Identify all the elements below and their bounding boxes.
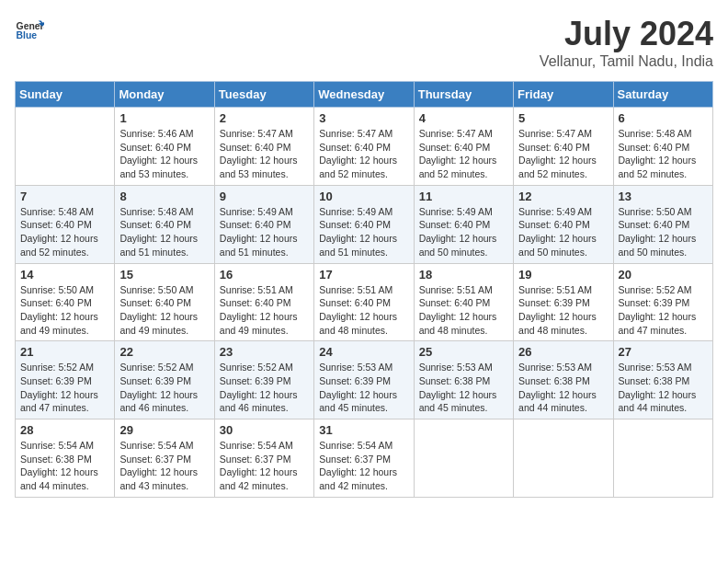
calendar-week-2: 7Sunrise: 5:48 AMSunset: 6:40 PMDaylight… xyxy=(16,185,713,263)
calendar-cell xyxy=(613,419,712,498)
calendar-cell: 20Sunrise: 5:52 AMSunset: 6:39 PMDayligh… xyxy=(613,263,712,341)
day-number: 14 xyxy=(20,268,109,282)
day-number: 13 xyxy=(619,190,708,203)
calendar-cell: 8Sunrise: 5:48 AMSunset: 6:40 PMDaylight… xyxy=(115,185,214,263)
day-number: 24 xyxy=(319,345,408,359)
calendar-cell: 2Sunrise: 5:47 AMSunset: 6:40 PMDaylight… xyxy=(214,108,313,186)
calendar-week-4: 21Sunrise: 5:52 AMSunset: 6:39 PMDayligh… xyxy=(16,341,713,419)
day-number: 9 xyxy=(220,190,309,203)
day-info: Sunrise: 5:51 AMSunset: 6:40 PMDaylight:… xyxy=(419,283,508,338)
weekday-header-wednesday: Wednesday xyxy=(314,82,414,108)
logo: General Blue xyxy=(15,15,44,44)
day-info: Sunrise: 5:51 AMSunset: 6:39 PMDaylight:… xyxy=(518,283,608,338)
location-title: Vellanur, Tamil Nadu, India xyxy=(540,53,713,70)
day-number: 2 xyxy=(220,111,309,125)
weekday-header-thursday: Thursday xyxy=(414,82,513,108)
day-number: 8 xyxy=(119,190,209,203)
calendar-cell: 27Sunrise: 5:53 AMSunset: 6:38 PMDayligh… xyxy=(613,341,712,419)
day-info: Sunrise: 5:52 AMSunset: 6:39 PMDaylight:… xyxy=(220,361,309,415)
day-number: 16 xyxy=(220,268,309,282)
day-info: Sunrise: 5:50 AMSunset: 6:40 PMDaylight:… xyxy=(619,205,708,259)
day-info: Sunrise: 5:53 AMSunset: 6:38 PMDaylight:… xyxy=(619,361,708,415)
calendar-cell: 23Sunrise: 5:52 AMSunset: 6:39 PMDayligh… xyxy=(214,341,313,419)
day-info: Sunrise: 5:49 AMSunset: 6:40 PMDaylight:… xyxy=(220,205,309,259)
day-number: 15 xyxy=(119,268,209,282)
day-info: Sunrise: 5:49 AMSunset: 6:40 PMDaylight:… xyxy=(518,205,608,259)
day-number: 11 xyxy=(419,190,508,203)
calendar-cell: 21Sunrise: 5:52 AMSunset: 6:39 PMDayligh… xyxy=(16,341,115,419)
day-number: 31 xyxy=(319,423,408,437)
svg-text:Blue: Blue xyxy=(17,30,38,40)
calendar-cell: 1Sunrise: 5:46 AMSunset: 6:40 PMDaylight… xyxy=(115,108,214,186)
day-info: Sunrise: 5:52 AMSunset: 6:39 PMDaylight:… xyxy=(20,361,109,415)
calendar-cell: 7Sunrise: 5:48 AMSunset: 6:40 PMDaylight… xyxy=(16,185,115,263)
day-number: 1 xyxy=(119,111,209,125)
calendar-cell: 15Sunrise: 5:50 AMSunset: 6:40 PMDayligh… xyxy=(115,263,214,341)
day-info: Sunrise: 5:47 AMSunset: 6:40 PMDaylight:… xyxy=(220,127,309,181)
day-info: Sunrise: 5:48 AMSunset: 6:40 PMDaylight:… xyxy=(20,205,109,259)
calendar-cell: 12Sunrise: 5:49 AMSunset: 6:40 PMDayligh… xyxy=(514,185,613,263)
day-number: 10 xyxy=(319,190,408,203)
calendar-cell: 26Sunrise: 5:53 AMSunset: 6:38 PMDayligh… xyxy=(514,341,613,419)
day-info: Sunrise: 5:48 AMSunset: 6:40 PMDaylight:… xyxy=(619,127,708,181)
day-number: 26 xyxy=(518,345,608,359)
weekday-header-tuesday: Tuesday xyxy=(214,82,313,108)
day-info: Sunrise: 5:54 AMSunset: 6:37 PMDaylight:… xyxy=(319,439,408,493)
page-header: General Blue July 2024 Vellanur, Tamil N… xyxy=(15,15,713,70)
calendar-cell: 9Sunrise: 5:49 AMSunset: 6:40 PMDaylight… xyxy=(214,185,313,263)
day-number: 25 xyxy=(419,345,508,359)
day-info: Sunrise: 5:54 AMSunset: 6:37 PMDaylight:… xyxy=(119,439,209,493)
calendar-cell: 3Sunrise: 5:47 AMSunset: 6:40 PMDaylight… xyxy=(314,108,414,186)
weekday-header-saturday: Saturday xyxy=(613,82,712,108)
day-number: 17 xyxy=(319,268,408,282)
day-info: Sunrise: 5:54 AMSunset: 6:38 PMDaylight:… xyxy=(20,439,109,493)
day-number: 30 xyxy=(220,423,309,437)
day-info: Sunrise: 5:53 AMSunset: 6:39 PMDaylight:… xyxy=(319,361,408,415)
calendar-week-3: 14Sunrise: 5:50 AMSunset: 6:40 PMDayligh… xyxy=(16,263,713,341)
day-number: 23 xyxy=(220,345,309,359)
calendar-cell xyxy=(514,419,613,498)
day-number: 6 xyxy=(619,111,708,125)
day-info: Sunrise: 5:47 AMSunset: 6:40 PMDaylight:… xyxy=(518,127,608,181)
calendar-cell: 25Sunrise: 5:53 AMSunset: 6:38 PMDayligh… xyxy=(414,341,513,419)
logo-icon: General Blue xyxy=(15,15,44,44)
day-info: Sunrise: 5:49 AMSunset: 6:40 PMDaylight:… xyxy=(319,205,408,259)
calendar-cell: 4Sunrise: 5:47 AMSunset: 6:40 PMDaylight… xyxy=(414,108,513,186)
calendar-cell: 24Sunrise: 5:53 AMSunset: 6:39 PMDayligh… xyxy=(314,341,414,419)
calendar-cell: 11Sunrise: 5:49 AMSunset: 6:40 PMDayligh… xyxy=(414,185,513,263)
day-number: 28 xyxy=(20,423,109,437)
month-title: July 2024 xyxy=(540,15,713,53)
calendar-cell: 19Sunrise: 5:51 AMSunset: 6:39 PMDayligh… xyxy=(514,263,613,341)
calendar-week-1: 1Sunrise: 5:46 AMSunset: 6:40 PMDaylight… xyxy=(16,108,713,186)
calendar-cell: 6Sunrise: 5:48 AMSunset: 6:40 PMDaylight… xyxy=(613,108,712,186)
day-number: 22 xyxy=(119,345,209,359)
calendar-cell: 13Sunrise: 5:50 AMSunset: 6:40 PMDayligh… xyxy=(613,185,712,263)
day-info: Sunrise: 5:47 AMSunset: 6:40 PMDaylight:… xyxy=(319,127,408,181)
calendar-cell: 5Sunrise: 5:47 AMSunset: 6:40 PMDaylight… xyxy=(514,108,613,186)
day-number: 21 xyxy=(20,345,109,359)
day-info: Sunrise: 5:51 AMSunset: 6:40 PMDaylight:… xyxy=(319,283,408,338)
calendar-cell: 18Sunrise: 5:51 AMSunset: 6:40 PMDayligh… xyxy=(414,263,513,341)
day-number: 19 xyxy=(518,268,608,282)
day-number: 29 xyxy=(119,423,209,437)
day-info: Sunrise: 5:54 AMSunset: 6:37 PMDaylight:… xyxy=(220,439,309,493)
day-number: 12 xyxy=(518,190,608,203)
calendar-cell: 31Sunrise: 5:54 AMSunset: 6:37 PMDayligh… xyxy=(314,419,414,498)
day-info: Sunrise: 5:48 AMSunset: 6:40 PMDaylight:… xyxy=(119,205,209,259)
calendar-cell: 14Sunrise: 5:50 AMSunset: 6:40 PMDayligh… xyxy=(16,263,115,341)
day-number: 18 xyxy=(419,268,508,282)
day-number: 7 xyxy=(20,190,109,203)
calendar-week-5: 28Sunrise: 5:54 AMSunset: 6:38 PMDayligh… xyxy=(16,419,713,498)
day-info: Sunrise: 5:49 AMSunset: 6:40 PMDaylight:… xyxy=(419,205,508,259)
calendar-cell: 16Sunrise: 5:51 AMSunset: 6:40 PMDayligh… xyxy=(214,263,313,341)
day-info: Sunrise: 5:47 AMSunset: 6:40 PMDaylight:… xyxy=(419,127,508,181)
day-info: Sunrise: 5:51 AMSunset: 6:40 PMDaylight:… xyxy=(220,283,309,338)
weekday-header-sunday: Sunday xyxy=(16,82,115,108)
day-number: 20 xyxy=(619,268,708,282)
day-info: Sunrise: 5:53 AMSunset: 6:38 PMDaylight:… xyxy=(518,361,608,415)
day-number: 3 xyxy=(319,111,408,125)
weekday-header-row: SundayMondayTuesdayWednesdayThursdayFrid… xyxy=(16,82,713,108)
day-info: Sunrise: 5:46 AMSunset: 6:40 PMDaylight:… xyxy=(119,127,209,181)
weekday-header-monday: Monday xyxy=(115,82,214,108)
calendar-cell: 30Sunrise: 5:54 AMSunset: 6:37 PMDayligh… xyxy=(214,419,313,498)
